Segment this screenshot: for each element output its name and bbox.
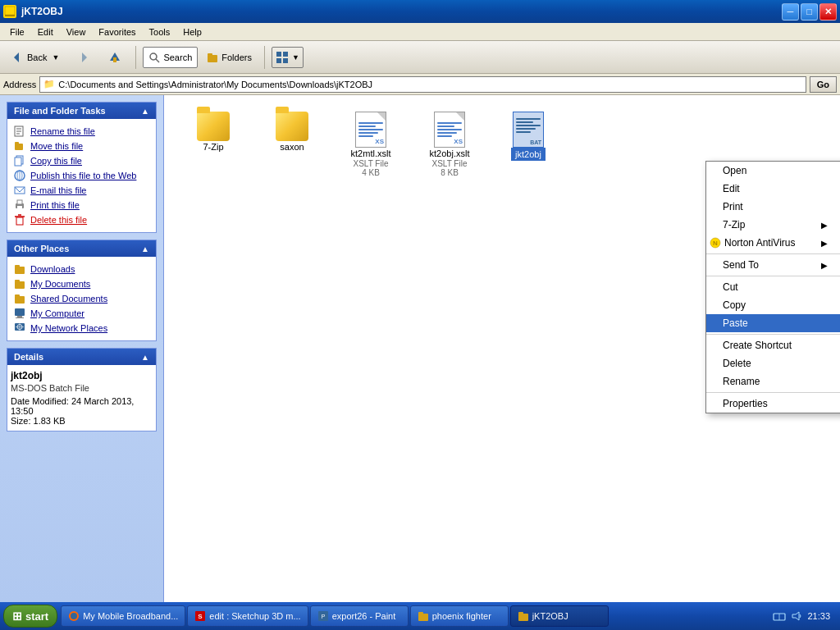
menu-file[interactable]: File [3,25,31,39]
file-tasks-collapse-icon: ▲ [141,107,149,116]
taskbar-item-jkt2obj[interactable]: jKT2OBJ [510,605,609,627]
file-tasks-header[interactable]: File and Folder Tasks ▲ [7,103,156,119]
file-sublabel-kt2mtl-size: 4 KB [362,168,380,177]
delete-icon [14,214,25,226]
ctx-cut[interactable]: Cut [706,278,840,296]
svg-rect-32 [15,267,25,274]
views-button[interactable]: ▼ [272,47,304,68]
up-button[interactable] [101,44,129,71]
file-item-jkt2obj[interactable]: BAT jkt2obj [495,112,561,177]
svg-text:N: N [713,240,718,247]
ctx-norton[interactable]: N Norton AntiVirus ▶ [706,234,840,252]
taskbar-item-phoenix[interactable]: phoenix fighter [410,605,509,627]
svg-line-7 [156,59,159,62]
search-button[interactable]: Search [143,47,198,68]
file-tasks-section: File and Folder Tasks ▲ Rename this file… [7,102,157,233]
close-button[interactable]: ✕ [819,3,837,21]
menu-edit[interactable]: Edit [31,25,60,39]
file-item-saxon[interactable]: saxon [259,112,325,177]
ctx-properties[interactable]: Properties [706,395,840,413]
go-button[interactable]: Go [810,76,837,93]
menu-view[interactable]: View [60,25,93,39]
downloads-link[interactable]: Downloads [11,262,153,276]
menu-help[interactable]: Help [176,25,208,39]
email-link[interactable]: E-mail this file [11,183,153,198]
publish-link[interactable]: Publish this file to the Web [11,168,153,183]
move-link[interactable]: Move this file [11,139,153,153]
folders-icon [207,52,218,63]
folders-button[interactable]: Folders [201,47,258,68]
shareddocuments-icon [14,293,25,304]
folder-icon-7zip [197,112,230,141]
svg-text:P: P [321,614,325,619]
details-header[interactable]: Details ▲ [7,349,156,365]
copy-link[interactable]: Copy this file [11,153,153,168]
shareddocuments-link[interactable]: Shared Documents [11,291,153,306]
context-menu: Open Edit Print 7-Zip ▶ N Norton AntiVir… [705,161,840,413]
svg-rect-40 [16,317,24,318]
svg-rect-8 [208,55,217,62]
address-input[interactable]: 📁 C:\Documents and Settings\Administrato… [39,76,806,93]
ctx-sendto[interactable]: Send To ▶ [706,256,840,274]
taskbar-item-firefox[interactable]: My Mobile Broadband... [61,605,185,627]
ctx-delete[interactable]: Delete [706,354,840,372]
back-button[interactable]: Back ▼ [3,44,66,71]
file-area[interactable]: 7-Zip saxon XS [164,95,840,602]
ctx-7zip[interactable]: 7-Zip ▶ [706,216,840,234]
start-button[interactable]: ⊞ start [3,605,57,628]
ctx-edit[interactable]: Edit [706,180,840,198]
search-icon [148,52,160,63]
svg-rect-36 [15,296,25,304]
paint-icon: P [317,610,329,622]
rename-icon [14,126,25,137]
print-link[interactable]: Print this file [11,198,153,212]
svg-rect-55 [518,614,528,621]
maximize-button[interactable]: □ [801,3,818,21]
window-title: jKT2OBJ [21,6,63,17]
print-icon [14,199,25,211]
ctx-open[interactable]: Open [706,162,840,180]
details-filename: jkt2obj [11,370,153,381]
taskbar-item-paint[interactable]: P export26 - Paint [310,605,409,627]
mycomputer-link[interactable]: My Computer [11,306,153,321]
taskbar-item-sketchup[interactable]: S edit : Sketchup 3D m... [187,605,308,627]
other-places-header[interactable]: Other Places ▲ [7,240,156,257]
menu-favorites[interactable]: Favorites [92,25,142,39]
details-content: jkt2obj MS-DOS Batch File Date Modified:… [7,365,156,431]
ctx-paste[interactable]: Paste [706,314,840,332]
app-icon [3,5,16,18]
svg-rect-28 [17,206,22,209]
svg-rect-1 [5,15,15,16]
file-item-kt2mtl[interactable]: XS kt2mtl.xslt XSLT File 4 KB [338,112,404,177]
taskbar: ⊞ start My Mobile Broadband... S edit : … [0,602,840,630]
forward-button[interactable] [70,44,98,71]
mynetwork-link[interactable]: My Network Places [11,321,153,336]
toolbar-separator-1 [135,46,136,69]
main-container: File and Folder Tasks ▲ Rename this file… [0,95,840,602]
ctx-create-shortcut[interactable]: Create Shortcut [706,336,840,354]
file-tasks-content: Rename this file Move this file Copy thi… [7,119,156,232]
svg-rect-37 [15,294,20,297]
xslt-icon-kt2obj: XS [434,112,465,148]
mydocuments-link[interactable]: My Documents [11,276,153,291]
delete-link[interactable]: Delete this file [11,212,153,227]
details-section: Details ▲ jkt2obj MS-DOS Batch File Date… [7,348,157,431]
file-item-kt2obj[interactable]: XS kt2obj.xslt XSLT File 8 KB [417,112,482,177]
publish-icon [14,170,25,181]
ctx-copy[interactable]: Copy [706,296,840,314]
svg-rect-11 [283,52,288,57]
ctx-sendto-arrow: ▶ [821,261,828,270]
ctx-rename[interactable]: Rename [706,372,840,390]
svg-rect-27 [17,200,22,204]
svg-rect-18 [15,144,23,150]
rename-link[interactable]: Rename this file [11,124,153,139]
file-item-7zip[interactable]: 7-Zip [180,112,246,177]
ctx-print[interactable]: Print [706,198,840,216]
menu-tools[interactable]: Tools [143,25,177,39]
details-collapse-icon: ▲ [141,353,149,362]
taskbar-clock: 21:33 [807,611,830,621]
svg-rect-39 [17,316,22,317]
minimize-button[interactable]: ─ [782,3,799,21]
ctx-sep-1 [706,253,840,254]
email-icon [14,185,25,196]
